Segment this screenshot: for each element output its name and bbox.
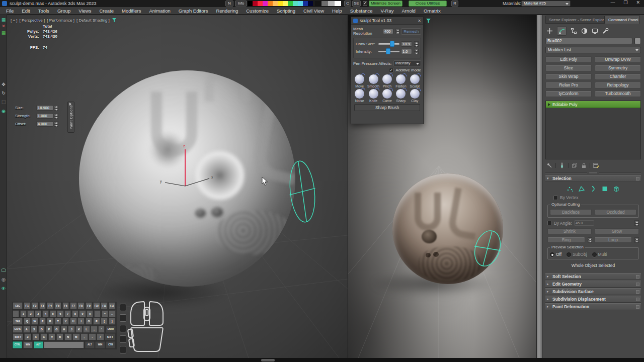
key-u[interactable]: U [70,318,77,325]
window-close-button[interactable]: ✕ [636,0,640,5]
backface-button[interactable]: Backface [550,209,592,215]
key-e[interactable]: E [39,318,46,325]
menu-file[interactable]: File [2,7,18,15]
key-alt[interactable]: ALT [85,341,95,348]
vertex-mode-icon[interactable] [567,186,574,192]
utilities-tab-icon[interactable] [602,28,609,34]
rollout-edit-geometry[interactable]: ▸Edit Geometry [545,281,641,288]
key-f7[interactable]: F7 [70,302,77,309]
monitor-icon[interactable]: 🖵 [1,267,7,274]
transform-axis-gizmo[interactable]: z y x [158,143,218,194]
tab-scene-explorer[interactable]: Scene Explorer - Scene Explorer [545,16,605,24]
paint-value-offset[interactable]: 4.000 [36,121,53,127]
menu-tools[interactable]: Tools [34,7,53,15]
delete-icon[interactable]: ✕ [1,23,7,29]
rotate-tool-icon[interactable]: ↻ [1,90,7,96]
modifier-list-dropdown[interactable]: Modifier List [545,47,641,53]
border-mode-icon[interactable] [590,186,597,192]
hierarchy-tab-icon[interactable] [571,28,577,34]
menu-create[interactable]: Create [95,7,118,15]
gray-swatch-1[interactable] [321,1,328,6]
key-o[interactable]: O [86,318,93,325]
object-color-swatch[interactable] [634,38,641,44]
key-9[interactable]: 9 [79,310,86,317]
palette-swatch-0[interactable] [248,1,253,6]
grid-icon[interactable]: ▦ [1,30,7,36]
preview-subobj-radio[interactable]: SubObj [567,252,587,257]
dialog-close-icon[interactable]: ✕ [418,19,421,23]
se-button[interactable]: SE [352,1,361,7]
by-angle-checkbox[interactable]: ✓ [547,221,552,225]
pin-stack-icon[interactable] [546,162,552,168]
scale-tool-icon[interactable]: ⬚ [1,99,7,105]
key-f9[interactable]: F9 [86,302,93,309]
key-p[interactable]: P [93,318,100,325]
viewport-perspective[interactable]: z y x [ + ] [ Perspective ] [ Performanc… [7,15,348,358]
remesh-button[interactable]: Remesh [401,28,421,35]
key-.[interactable]: . [89,333,96,340]
grow-button[interactable]: Grow [595,228,639,234]
record-icon[interactable]: ◎ [1,277,7,283]
panel-resize-divider[interactable] [545,171,641,174]
menu-scripting[interactable]: Scripting [273,7,299,15]
key-f4[interactable]: F4 [47,302,54,309]
gray-swatch-3[interactable] [335,1,341,6]
dialog-filter-icon[interactable] [426,18,431,24]
menu-v-ray[interactable]: V-Ray [377,7,398,15]
key-f[interactable]: F [46,326,52,333]
brush-move[interactable]: Move [353,74,366,88]
key-g[interactable]: G [53,326,60,333]
modifier-button-slice[interactable]: Slice [545,65,592,71]
key-h[interactable]: H [61,326,67,333]
mesh-resolution-spinner[interactable] [395,29,399,34]
panel-splitter[interactable] [536,15,542,358]
menu-ornatrix[interactable]: Ornatrix [420,7,445,15]
paint-options-tab[interactable]: Paint Options [67,102,74,133]
key-i[interactable]: I [77,318,85,325]
mesh-resolution-value[interactable]: 400 [383,29,393,34]
key-][interactable]: ] [109,318,116,325]
key-win[interactable]: WIN [95,341,105,348]
key-7[interactable]: 7 [64,310,71,317]
modifier-button-tyconform[interactable]: tyConform [545,90,592,97]
modify-tab-icon[interactable] [557,26,567,36]
by-angle-spinner[interactable] [634,220,639,226]
ring-button[interactable]: Ring [547,237,585,243]
occluded-button[interactable]: Occluded [595,209,636,215]
make-unique-icon[interactable] [572,162,578,168]
key-f5[interactable]: F5 [54,302,61,309]
menu-edit[interactable]: Edit [18,7,34,15]
materials-dropdown[interactable]: Material #25 [521,1,571,7]
key-esc[interactable]: ESC [13,302,23,309]
palette-swatch-6[interactable] [278,1,283,6]
pen-pressure-dropdown[interactable]: Intensity [393,60,421,66]
menu-arnold[interactable]: Arnold [397,7,419,15]
key-f3[interactable]: F3 [39,302,46,309]
key-4[interactable]: 4 [42,310,49,317]
key-f2[interactable]: F2 [31,302,38,309]
viewport-menu-pov[interactable]: [ Perspective ] [20,18,45,23]
modifier-button-retopology[interactable]: Retopology [595,82,641,88]
draw-size-handle[interactable] [390,41,394,47]
titlebar-checkbox[interactable]: ✓ [363,1,367,6]
menu-rendering[interactable]: Rendering [212,7,242,15]
move-tool-icon[interactable]: ✥ [1,81,7,87]
brush-sharp[interactable]: Sharp [394,89,407,103]
menu-modifiers[interactable]: Modifiers [118,7,145,15]
create-tab-icon[interactable] [546,28,553,34]
key-ctrl[interactable]: CTRL [13,341,22,348]
display-tab-icon[interactable] [592,28,598,34]
key-a[interactable]: A [23,326,30,333]
intensity-handle[interactable] [386,48,390,54]
menu-graph-editors[interactable]: Graph Editors [175,7,212,15]
minimize-screen-button[interactable]: Minimize Screen [369,1,403,7]
key-f11[interactable]: F11 [101,302,108,309]
palette-swatch-10[interactable] [298,1,303,6]
brush-pinch[interactable]: Pinch [381,74,393,88]
by-angle-value[interactable]: 45.0 [574,220,594,226]
viewport-filter-icon[interactable] [112,18,117,23]
key-=[interactable]: = [102,310,108,317]
key-3[interactable]: 3 [35,310,41,317]
r-button[interactable]: R [451,1,458,7]
key-5[interactable]: 5 [50,310,56,317]
